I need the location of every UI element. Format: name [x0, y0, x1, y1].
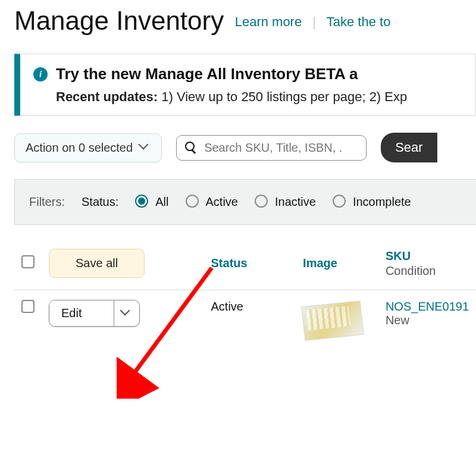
filters-label: Filters: — [29, 195, 65, 209]
edit-button-label: Edit — [49, 300, 114, 326]
filter-bar: Filters: Status: All Active Inactive Inc… — [14, 179, 476, 225]
edit-split-button[interactable]: Edit — [49, 300, 140, 327]
search-field[interactable] — [176, 135, 367, 161]
select-all-checkbox[interactable] — [21, 255, 35, 268]
column-sku-sub: Condition — [386, 264, 469, 278]
save-all-button[interactable]: Save all — [49, 249, 145, 278]
status-radio-active[interactable]: Active — [186, 195, 238, 209]
beta-banner: i Try the new Manage All Inventory BETA … — [14, 54, 476, 116]
column-sku[interactable]: SKU — [386, 249, 411, 262]
search-button[interactable]: Sear — [381, 133, 437, 162]
chevron-down-icon — [140, 142, 151, 153]
title-links: Learn more | Take the to — [235, 14, 391, 30]
status-radio-all[interactable]: All — [135, 195, 168, 209]
recent-updates-label: Recent updates: — [56, 89, 158, 104]
search-input[interactable] — [203, 140, 358, 155]
product-image[interactable] — [301, 300, 364, 341]
inventory-table: Save all Status Image SKU Condition Edit — [14, 237, 476, 347]
recent-updates-body: 1) View up to 250 listings per page; 2) … — [158, 89, 407, 104]
table-row: Edit Active NOS_ENE0191 New — [14, 290, 476, 348]
column-image: Image — [303, 256, 337, 270]
column-status[interactable]: Status — [211, 256, 248, 270]
radio-icon — [135, 195, 148, 208]
radio-icon — [186, 195, 199, 208]
info-icon: i — [33, 67, 48, 82]
beta-headline: Try the new Manage All Inventory BETA a — [56, 65, 358, 83]
status-radio-inactive[interactable]: Inactive — [255, 195, 316, 209]
bulk-action-dropdown[interactable]: Action on 0 selected — [14, 133, 162, 162]
row-checkbox[interactable] — [21, 300, 35, 313]
chevron-down-icon — [121, 308, 132, 319]
status-radio-incomplete[interactable]: Incomplete — [333, 195, 411, 209]
row-status: Active — [211, 300, 243, 313]
bulk-action-label: Action on 0 selected — [26, 141, 133, 155]
radio-icon — [255, 195, 268, 208]
search-icon — [185, 142, 197, 154]
row-sku-link[interactable]: NOS_ENE0191 — [386, 300, 469, 313]
row-condition: New — [386, 314, 409, 327]
edit-dropdown-toggle[interactable] — [114, 300, 139, 326]
status-label: Status: — [82, 195, 118, 209]
separator: | — [312, 14, 316, 29]
page-title: Manage Inventory — [14, 6, 224, 36]
learn-more-link[interactable]: Learn more — [235, 14, 302, 29]
take-tour-link[interactable]: Take the to — [327, 14, 391, 29]
radio-icon — [333, 195, 346, 208]
